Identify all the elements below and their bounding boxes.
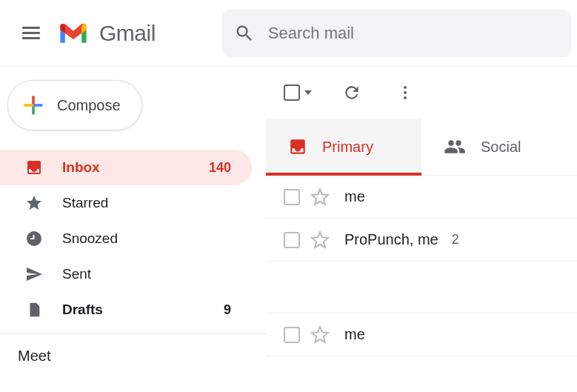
nav-label: Inbox [62,159,209,176]
gmail-wordmark: Gmail [99,21,156,46]
main-menu-button[interactable] [13,16,49,51]
sidebar-item-snoozed[interactable]: Snoozed [0,221,252,256]
more-button[interactable] [392,79,418,106]
nav-count: 140 [209,160,231,176]
svg-rect-2 [24,104,33,107]
toolbar [266,67,577,119]
category-tabs: Primary Social [266,119,577,176]
compose-button[interactable]: Compose [7,80,142,130]
tab-label: Primary [322,139,373,156]
svg-point-4 [404,86,407,89]
email-row[interactable]: ProPunch, me 2 [266,219,577,262]
tab-label: Social [481,139,521,156]
svg-point-5 [404,91,407,94]
inbox-icon [288,137,307,156]
chevron-down-icon [304,90,312,95]
star-icon [25,194,43,212]
refresh-button[interactable] [338,79,365,106]
sidebar-item-drafts[interactable]: Drafts 9 [0,292,252,328]
svg-rect-3 [33,104,42,107]
hamburger-icon [22,24,40,42]
svg-rect-0 [32,96,35,105]
sidebar: Compose Inbox 140 Starred Snoozed [0,67,266,392]
row-checkbox[interactable] [284,232,300,248]
meet-section-header: Meet [0,334,266,365]
sender-name: me [344,188,365,205]
search-icon [234,23,255,44]
email-row[interactable]: me [266,176,577,219]
email-list: me ProPunch, me 2 me [266,176,577,356]
gmail-m-icon [58,21,89,45]
nav-label: Starred [62,195,239,211]
search-bar[interactable] [222,10,571,57]
checkbox-icon [284,84,300,101]
nav-count: 9 [224,302,231,318]
email-row-gap [266,262,577,313]
email-row[interactable]: me [266,313,577,356]
plus-icon [21,93,45,117]
star-outline-icon[interactable] [310,230,330,250]
nav-list: Inbox 140 Starred Snoozed Sent [0,150,266,328]
clock-icon [25,230,43,248]
star-outline-icon[interactable] [310,325,330,345]
send-icon [25,265,43,283]
svg-point-6 [404,96,407,99]
row-checkbox[interactable] [284,327,300,343]
refresh-icon [342,83,361,102]
inbox-icon [25,159,43,176]
select-all-checkbox[interactable] [284,84,312,101]
nav-label: Sent [62,266,239,282]
sender-name: me [344,326,365,343]
thread-count: 2 [452,232,459,248]
sender-name: ProPunch, me [344,231,438,248]
file-icon [25,301,43,319]
app-header: Gmail [0,0,577,67]
svg-rect-1 [32,105,35,114]
nav-label: Snoozed [62,230,239,247]
row-checkbox[interactable] [284,189,300,205]
more-vert-icon [396,84,414,102]
sidebar-item-sent[interactable]: Sent [0,256,252,292]
nav-label: Drafts [62,302,224,318]
compose-label: Compose [57,97,121,114]
search-input[interactable] [268,24,559,43]
people-icon [444,136,466,158]
tab-primary[interactable]: Primary [266,119,421,175]
gmail-logo[interactable]: Gmail [58,21,156,46]
sidebar-item-starred[interactable]: Starred [0,185,252,221]
star-outline-icon[interactable] [310,187,330,207]
sidebar-item-inbox[interactable]: Inbox 140 [0,150,252,185]
tab-social[interactable]: Social [421,119,577,175]
main-panel: Primary Social me ProPunch, me 2 [266,67,577,392]
